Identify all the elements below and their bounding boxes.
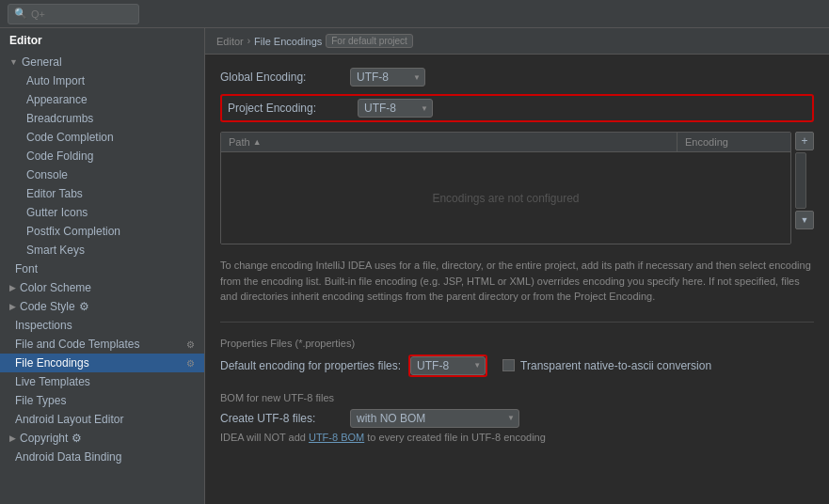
encoding-column-header: Encoding [678, 133, 790, 151]
code-folding-label: Code Folding [26, 150, 93, 163]
appearance-label: Appearance [26, 93, 88, 106]
breadcrumb-arrow: › [247, 36, 250, 46]
sort-icon: ▲ [253, 137, 262, 147]
bom-note-after: to every created file in UTF-8 encoding [364, 432, 546, 443]
path-label: Path [229, 136, 250, 148]
sidebar-item-android-layout-editor[interactable]: Android Layout Editor [0, 410, 204, 429]
font-label: Font [15, 262, 38, 276]
transparent-label: Transparent native-to-ascii conversion [520, 359, 711, 372]
sidebar-item-editor-tabs[interactable]: Editor Tabs [0, 184, 204, 203]
scroll-bar [795, 152, 806, 209]
file-encodings-label: File Encodings [15, 356, 89, 370]
breadcrumb: Editor › File Encodings For default proj… [205, 28, 829, 55]
encoding-table-area: Path ▲ Encoding Encodings are not config… [220, 132, 814, 244]
file-types-label: File Types [15, 394, 66, 407]
gutter-icons-label: Gutter Icons [26, 206, 88, 219]
sidebar-item-appearance[interactable]: Appearance [0, 90, 204, 109]
sidebar-item-auto-import[interactable]: Auto Import [0, 71, 204, 90]
encoding-table: Path ▲ Encoding Encodings are not config… [220, 132, 791, 244]
sidebar-item-file-code-templates[interactable]: File and Code Templates ⚙ [0, 335, 204, 354]
bom-section: BOM for new UTF-8 files Create UTF-8 fil… [220, 392, 814, 443]
color-scheme-label: Color Scheme [20, 281, 91, 294]
project-encoding-select-wrapper[interactable]: UTF-8 [358, 99, 433, 118]
sidebar-item-breadcrumbs[interactable]: Breadcrumbs [0, 109, 204, 128]
properties-section: Properties Files (*.properties) Default … [220, 338, 814, 377]
scroll-down[interactable]: ▼ [795, 211, 814, 229]
default-encoding-select-wrapper[interactable]: UTF-8 [408, 354, 487, 377]
content-area: Editor › File Encodings For default proj… [205, 28, 829, 504]
sidebar-item-font[interactable]: Font [0, 260, 204, 278]
sidebar-item-inspections[interactable]: Inspections [0, 316, 204, 335]
default-encoding-label: Default encoding for properties files: [220, 359, 401, 372]
sidebar-item-copyright[interactable]: ▶ Copyright ⚙ [0, 429, 204, 448]
postfix-completion-label: Postfix Completion [26, 225, 120, 238]
create-utf8-label: Create UTF-8 files: [220, 412, 343, 425]
table-action-buttons: + ▼ [795, 132, 814, 229]
general-label: General [22, 55, 62, 69]
sidebar-item-postfix-completion[interactable]: Postfix Completion [0, 222, 204, 241]
default-encoding-row: Default encoding for properties files: U… [220, 354, 814, 377]
file-code-templates-label: File and Code Templates [15, 338, 140, 351]
code-completion-label: Code Completion [26, 131, 114, 144]
global-encoding-select[interactable]: UTF-8 [350, 68, 425, 87]
sidebar-editor-header: Editor [0, 28, 204, 53]
bom-label: BOM for new UTF-8 files [220, 392, 814, 403]
sidebar-item-live-templates[interactable]: Live Templates [0, 372, 204, 391]
copyright-triangle: ▶ [9, 433, 16, 443]
properties-label: Properties Files (*.properties) [220, 338, 814, 349]
table-header: Path ▲ Encoding [221, 133, 790, 152]
sidebar-item-file-encodings[interactable]: File Encodings ⚙ [0, 354, 204, 372]
search-input[interactable] [31, 8, 125, 20]
sidebar-item-smart-keys[interactable]: Smart Keys [0, 241, 204, 260]
code-style-icon: ⚙ [79, 300, 89, 313]
auto-import-label: Auto Import [26, 74, 85, 87]
global-encoding-row: Global Encoding: UTF-8 [220, 68, 814, 87]
search-box[interactable]: 🔍 [8, 4, 139, 24]
android-data-binding-label: Android Data Binding [15, 450, 121, 464]
console-label: Console [26, 168, 68, 181]
smart-keys-label: Smart Keys [26, 244, 85, 257]
settings-content: Global Encoding: UTF-8 Project Encoding:… [205, 55, 829, 504]
bom-note-before: IDEA will NOT add [220, 432, 309, 443]
search-icon: 🔍 [14, 8, 27, 20]
file-code-templates-icon: ⚙ [186, 339, 195, 350]
path-column-header: Path ▲ [221, 133, 678, 151]
sidebar-item-code-folding[interactable]: Code Folding [0, 147, 204, 165]
description-text: To change encoding IntelliJ IDEA uses fo… [220, 252, 814, 310]
sidebar-item-gutter-icons[interactable]: Gutter Icons [0, 203, 204, 222]
main-layout: Editor ▼ General Auto Import Appearance … [0, 28, 829, 504]
encoding-label: Encoding [685, 136, 728, 148]
color-scheme-triangle: ▶ [9, 283, 16, 292]
live-templates-label: Live Templates [15, 375, 90, 388]
project-encoding-row: Project Encoding: UTF-8 [220, 94, 814, 122]
editor-tabs-label: Editor Tabs [26, 187, 83, 200]
breadcrumb-editor: Editor [216, 36, 244, 47]
code-style-label: Code Style [20, 300, 75, 313]
create-utf8-select[interactable]: with NO BOM [350, 409, 519, 428]
add-encoding-button[interactable]: + [795, 132, 814, 150]
transparent-checkbox[interactable] [502, 359, 515, 371]
default-encoding-select[interactable]: UTF-8 [410, 356, 486, 375]
sidebar-item-console[interactable]: Console [0, 165, 204, 184]
copyright-label: Copyright [20, 432, 68, 445]
breadcrumbs-label: Breadcrumbs [26, 112, 93, 125]
create-utf8-row: Create UTF-8 files: with NO BOM [220, 409, 814, 428]
sidebar-item-file-types[interactable]: File Types [0, 391, 204, 410]
bom-note: IDEA will NOT add UTF-8 BOM to every cre… [220, 432, 814, 443]
project-encoding-select[interactable]: UTF-8 [358, 99, 433, 118]
transparent-row: Transparent native-to-ascii conversion [502, 359, 711, 372]
sidebar-item-color-scheme[interactable]: ▶ Color Scheme [0, 278, 204, 297]
sidebar-item-general[interactable]: ▼ General [0, 53, 204, 71]
create-utf8-select-wrapper[interactable]: with NO BOM [350, 409, 519, 428]
sidebar-item-code-style[interactable]: ▶ Code Style ⚙ [0, 297, 204, 316]
table-body: Encodings are not configured [221, 152, 790, 244]
bom-link[interactable]: UTF-8 BOM [309, 432, 364, 443]
copyright-icon: ⚙ [72, 432, 82, 445]
sidebar-item-android-data-binding[interactable]: Android Data Binding [0, 448, 204, 466]
global-encoding-select-wrapper[interactable]: UTF-8 [350, 68, 425, 87]
project-encoding-label: Project Encoding: [228, 102, 350, 115]
sidebar: Editor ▼ General Auto Import Appearance … [0, 28, 205, 504]
sidebar-item-code-completion[interactable]: Code Completion [0, 128, 204, 147]
divider [220, 322, 814, 323]
breadcrumb-tag: For default project [326, 34, 413, 48]
